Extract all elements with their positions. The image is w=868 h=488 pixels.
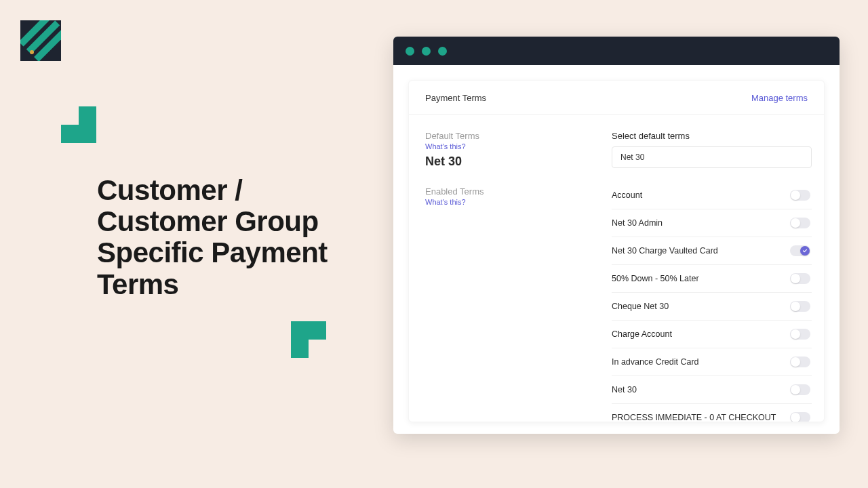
titlebar — [393, 37, 840, 65]
term-toggle[interactable] — [790, 245, 810, 256]
term-toggle[interactable] — [790, 384, 810, 395]
toggle-knob-icon — [791, 218, 800, 228]
toggle-knob-icon — [791, 190, 800, 200]
traffic-light-zoom-icon[interactable] — [438, 47, 447, 56]
term-row: Net 30 Charge Vaulted Card — [612, 237, 812, 265]
traffic-light-minimize-icon[interactable] — [422, 47, 431, 56]
term-row: Net 30 — [612, 376, 812, 404]
term-row: PROCESS IMMEDIATE - 0 AT CHECKOUT — [612, 404, 812, 422]
term-toggle[interactable] — [790, 412, 810, 422]
term-toggle[interactable] — [790, 218, 810, 228]
term-name-label: Net 30 — [612, 385, 637, 394]
decorative-shape-bottom — [291, 321, 326, 358]
traffic-light-close-icon[interactable] — [406, 47, 414, 56]
panel-title: Payment Terms — [425, 93, 486, 103]
term-name-label: In advance Credit Card — [612, 357, 699, 367]
toggle-knob-icon — [791, 329, 800, 339]
term-toggle[interactable] — [790, 301, 810, 312]
app-logo — [20, 20, 61, 61]
whats-this-enabled-link[interactable]: What's this? — [425, 198, 605, 206]
check-icon — [800, 246, 810, 256]
toggle-knob-icon — [791, 357, 800, 367]
term-name-label: Net 30 Charge Vaulted Card — [612, 246, 718, 256]
term-name-label: Account — [612, 190, 642, 200]
term-name-label: Cheque Net 30 — [612, 302, 669, 311]
term-name-label: Net 30 Admin — [612, 218, 663, 228]
toggle-knob-icon — [791, 302, 800, 311]
terms-list: AccountNet 30 AdminNet 30 Charge Vaulted… — [612, 182, 812, 422]
settings-window: Payment Terms Manage terms Default Terms… — [393, 37, 840, 434]
default-terms-select[interactable]: Net 30 — [612, 146, 812, 168]
term-row: Net 30 Admin — [612, 209, 812, 237]
default-terms-label: Default Terms — [425, 131, 605, 141]
default-terms-block: Default Terms What's this? Net 30 — [425, 131, 605, 169]
term-name-label: Charge Account — [612, 329, 672, 339]
term-row: Cheque Net 30 — [612, 293, 812, 321]
select-default-terms-label: Select default terms — [612, 131, 812, 141]
term-row: In advance Credit Card — [612, 348, 812, 376]
default-terms-value: Net 30 — [425, 155, 605, 169]
term-row: Charge Account — [612, 321, 812, 348]
toggle-knob-icon — [791, 274, 800, 283]
decorative-shape-top — [61, 106, 96, 143]
manage-terms-link[interactable]: Manage terms — [751, 93, 808, 103]
term-toggle[interactable] — [790, 357, 810, 367]
payment-terms-panel: Payment Terms Manage terms Default Terms… — [408, 80, 825, 422]
svg-point-4 — [30, 50, 34, 54]
term-name-label: PROCESS IMMEDIATE - 0 AT CHECKOUT — [612, 413, 776, 422]
panel-header: Payment Terms Manage terms — [409, 81, 824, 115]
term-name-label: 50% Down - 50% Later — [612, 274, 699, 283]
toggle-knob-icon — [791, 385, 800, 394]
term-toggle[interactable] — [790, 190, 810, 201]
toggle-knob-icon — [791, 413, 800, 422]
whats-this-default-link[interactable]: What's this? — [425, 142, 605, 150]
enabled-terms-block: Enabled Terms What's this? — [425, 186, 605, 206]
page-title: Customer / Customer Group Specific Payme… — [97, 175, 355, 300]
term-toggle[interactable] — [790, 273, 810, 284]
enabled-terms-label: Enabled Terms — [425, 186, 605, 197]
term-row: 50% Down - 50% Later — [612, 265, 812, 293]
term-row: Account — [612, 182, 812, 209]
term-toggle[interactable] — [790, 329, 810, 340]
